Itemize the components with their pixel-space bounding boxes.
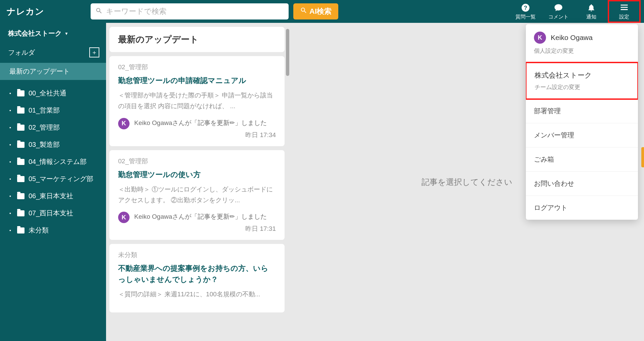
article-meta: K Keiko Ogawaさんが「記事を更新✏」しました <box>118 212 276 223</box>
header-actions: ? 質問一覧 コメント 通知 設定 <box>509 0 641 23</box>
folder-icon <box>17 193 24 199</box>
notifications-label: 通知 <box>586 14 596 20</box>
comments-label: コメント <box>548 14 568 20</box>
folder-item-label: 未分類 <box>29 226 49 235</box>
company-selector[interactable]: 株式会社ストーク ▼ <box>0 28 106 44</box>
updates-scroll[interactable]: 最新のアップデート 02_管理部 勤怠管理ツールの申請確認マニュアル ＜管理部が… <box>109 27 288 312</box>
search-icon <box>95 7 103 16</box>
menu-user-name: Keiko Ogawa <box>551 34 593 42</box>
article-title: 勤怠管理ツールの申請確認マニュアル <box>118 75 276 86</box>
folder-item-label: 07_西日本支社 <box>29 209 73 218</box>
folder-icon <box>17 108 24 114</box>
folder-icon <box>17 176 24 182</box>
folder-item[interactable]: 07_西日本支社 <box>0 205 106 222</box>
folder-item-label: 02_管理部 <box>29 123 60 132</box>
folder-item-label: 00_全社共通 <box>29 89 66 98</box>
folder-icon <box>17 159 24 165</box>
settings-button[interactable]: 設定 <box>608 0 641 23</box>
folder-item[interactable]: 03_製造部 <box>0 136 106 153</box>
folder-icon <box>17 125 24 131</box>
folder-item[interactable]: 01_営業部 <box>0 102 106 119</box>
folder-item[interactable]: 00_全社共通 <box>0 85 106 102</box>
menu-item-logout[interactable]: ログアウト <box>526 196 638 220</box>
article-meta: K Keiko Ogawaさんが「記事を更新✏」しました <box>118 118 276 129</box>
folder-item[interactable]: 05_マーケティング部 <box>0 170 106 187</box>
article-title: 勤怠管理ツールの使い方 <box>118 169 276 180</box>
search-icon <box>300 7 307 16</box>
folder-icon <box>17 90 24 96</box>
sidebar-active-item[interactable]: 最新のアップデート <box>0 63 106 80</box>
menu-user-sub: 個人設定の変更 <box>534 47 630 55</box>
menu-item-departments[interactable]: 部署管理 <box>526 99 638 123</box>
folder-icon <box>17 210 24 216</box>
ai-search-button[interactable]: AI検索 <box>293 3 338 19</box>
article-excerpt: ＜管理部が申請を受けた際の手順＞ 申請一覧から該当の項目を選択 内容に問題がなけ… <box>118 90 276 112</box>
hamburger-icon <box>620 3 629 12</box>
company-name: 株式会社ストーク <box>8 29 62 38</box>
article-category: 未分類 <box>118 251 276 259</box>
article-card[interactable]: 02_管理部 勤怠管理ツールの申請確認マニュアル ＜管理部が申請を受けた際の手順… <box>109 56 285 146</box>
comments-button[interactable]: コメント <box>542 0 575 23</box>
article-action: Keiko Ogawaさんが「記事を更新✏」しました <box>134 118 276 128</box>
updates-heading-card: 最新のアップデート <box>109 27 285 52</box>
folder-item-label: 01_営業部 <box>29 106 60 115</box>
folder-heading-label: フォルダ <box>8 48 35 57</box>
article-card[interactable]: 02_管理部 勤怠管理ツールの使い方 ＜出勤時＞ ①ツールにログインし、ダッシュ… <box>109 150 285 240</box>
folder-item[interactable]: 02_管理部 <box>0 119 106 136</box>
search-input[interactable] <box>106 7 284 16</box>
article-category: 02_管理部 <box>118 157 276 166</box>
settings-label: 設定 <box>619 14 629 20</box>
menu-item-contact[interactable]: お問い合わせ <box>526 172 638 196</box>
menu-team-name: 株式会社ストーク <box>535 71 592 80</box>
folder-item-label: 04_情報システム部 <box>29 157 87 166</box>
bell-icon <box>587 3 596 12</box>
avatar: K <box>534 32 546 44</box>
updates-column: 最新のアップデート 02_管理部 勤怠管理ツールの申請確認マニュアル ＜管理部が… <box>106 23 290 341</box>
app-header: ナレカン AI検索 ? 質問一覧 コメント 通知 <box>0 0 644 23</box>
questions-label: 質問一覧 <box>515 14 536 20</box>
menu-team-section[interactable]: 株式会社ストーク チーム設定の変更 <box>526 62 638 100</box>
folder-header: フォルダ ＋ <box>0 44 106 61</box>
avatar: K <box>118 212 130 223</box>
chat-icon <box>554 3 563 12</box>
help-icon: ? <box>521 3 530 12</box>
folder-icon <box>17 227 24 233</box>
menu-team-sub: チーム設定の変更 <box>535 83 629 91</box>
article-time: 昨日 17:31 <box>118 224 276 233</box>
menu-item-trash[interactable]: ごみ箱 <box>526 147 638 172</box>
questions-button[interactable]: ? 質問一覧 <box>509 0 542 23</box>
placeholder-text: 記事を選択してください <box>422 177 512 187</box>
avatar: K <box>118 118 130 129</box>
menu-item-members[interactable]: メンバー管理 <box>526 123 638 147</box>
menu-user-section[interactable]: K Keiko Ogawa 個人設定の変更 <box>526 24 638 62</box>
folder-icon <box>17 142 24 148</box>
chevron-down-icon: ▼ <box>64 31 68 36</box>
folder-item[interactable]: 04_情報システム部 <box>0 153 106 170</box>
folder-list: 00_全社共通 01_営業部 02_管理部 03_製造部 04_情報システム部 … <box>0 83 106 241</box>
folder-item-label: 03_製造部 <box>29 140 60 149</box>
updates-heading: 最新のアップデート <box>118 34 276 45</box>
article-card[interactable]: 未分類 不動産業界への提案事例をお持ちの方、いらっしゃいませんでしょうか？ ＜質… <box>109 244 285 312</box>
notifications-button[interactable]: 通知 <box>575 0 608 23</box>
folder-item-label: 06_東日本支社 <box>29 191 73 201</box>
article-view-pane: 記事を選択してください K Keiko Ogawa 個人設定の変更 株式会社スト… <box>290 23 644 341</box>
settings-menu: K Keiko Ogawa 個人設定の変更 株式会社ストーク チーム設定の変更 … <box>526 24 638 220</box>
add-folder-button[interactable]: ＋ <box>89 47 99 57</box>
search-container[interactable] <box>91 3 289 19</box>
article-excerpt: ＜質問の詳細＞ 来週11/21に、100名規模の不動... <box>118 289 276 300</box>
folder-item-label: 05_マーケティング部 <box>29 174 93 183</box>
app-body: 株式会社ストーク ▼ フォルダ ＋ 最新のアップデート 00_全社共通 01_営… <box>0 23 644 341</box>
sidebar: 株式会社ストーク ▼ フォルダ ＋ 最新のアップデート 00_全社共通 01_営… <box>0 23 106 341</box>
article-action: Keiko Ogawaさんが「記事を更新✏」しました <box>134 212 276 222</box>
ai-search-label: AI検索 <box>309 6 332 16</box>
folder-item[interactable]: 未分類 <box>0 222 106 239</box>
article-title: 不動産業界への提案事例をお持ちの方、いらっしゃいませんでしょうか？ <box>118 263 276 285</box>
svg-text:?: ? <box>524 4 527 10</box>
scrollbar-thumb[interactable] <box>286 29 289 76</box>
article-category: 02_管理部 <box>118 63 276 72</box>
article-time: 昨日 17:34 <box>118 131 276 139</box>
folder-item[interactable]: 06_東日本支社 <box>0 187 106 205</box>
article-excerpt: ＜出勤時＞ ①ツールにログインし、ダッシュボードにアクセスします。 ②出勤ボタン… <box>118 184 276 206</box>
side-tab-handle[interactable] <box>641 147 644 167</box>
app-logo: ナレカン <box>7 6 86 17</box>
